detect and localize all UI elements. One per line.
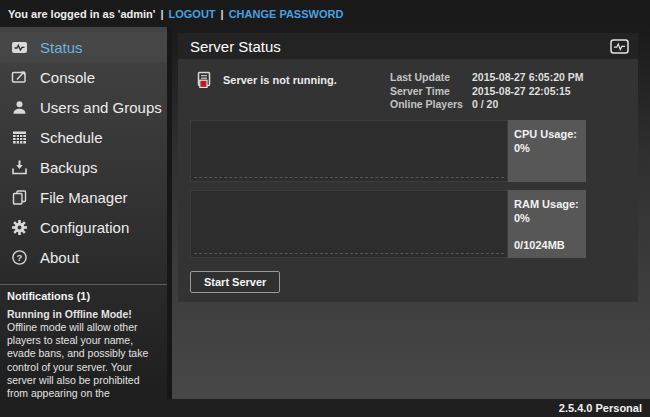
sidebar-item-label: File Manager [40,189,128,206]
sidebar-item-configuration[interactable]: Configuration [0,212,167,242]
last-update-value: 2015-08-27 6:05:20 PM [472,71,590,85]
sidebar-item-users-and-groups[interactable]: Users and Groups [0,92,167,122]
logout-link[interactable]: LOGOUT [169,8,216,20]
sidebar: Status Console [0,27,167,399]
cpu-meter: CPU Usage: 0% [190,120,586,182]
ram-usage-detail: 0/1024MB [514,238,580,252]
status-pulse-icon [610,39,629,54]
version-text: 2.5.4.0 Personal [559,402,642,414]
notification-heading: Running in Offline Mode! [7,308,160,321]
chart-baseline [194,177,504,178]
status-row: Server is not running. Last Update 2015-… [190,69,626,120]
page-title: Server Status [190,38,610,55]
chart-baseline [194,253,504,254]
status-icon [10,39,28,56]
sidebar-menu: Status Console [0,27,167,272]
sidebar-item-label: Status [40,39,83,56]
change-password-link[interactable]: CHANGE PASSWORD [229,8,344,20]
topbar: You are logged in as 'admin' | LOGOUT | … [0,0,650,27]
gear-icon [10,219,28,236]
cpu-usage-value: 0% [514,141,580,155]
info-row: Last Update 2015-08-27 6:05:20 PM [390,71,590,85]
server-status-message: Server is not running. [223,71,337,86]
ram-chart [190,190,508,258]
users-icon [10,99,28,116]
main-area: Server Status [172,27,650,399]
panel-header: Server Status [178,33,638,59]
sidebar-item-label: Users and Groups [40,99,162,116]
ram-meter: RAM Usage: 0% 0/1024MB [190,190,586,258]
svg-text:?: ? [16,252,22,263]
sidebar-item-console[interactable]: Console [0,62,167,92]
sidebar-item-label: Backups [40,159,98,176]
sidebar-item-backups[interactable]: Backups [0,152,167,182]
separator: | [221,8,224,20]
button-row: Start Server [190,266,626,293]
info-label: Server Time [390,85,472,99]
console-icon [10,69,28,86]
cpu-usage-title: CPU Usage: [514,127,580,141]
notifications-panel: Notifications (1) Running in Offline Mod… [0,284,167,417]
panel-body: Server is not running. Last Update 2015-… [178,59,638,302]
ram-usage-label: RAM Usage: 0% 0/1024MB [508,190,586,258]
notifications-title: Notifications (1) [0,285,167,306]
backups-icon [10,159,28,176]
sidebar-item-label: Console [40,69,95,86]
info-row: Server Time 2015-08-27 22:05:15 [390,85,590,99]
sidebar-item-label: Schedule [40,129,103,146]
sidebar-item-file-manager[interactable]: File Manager [0,182,167,212]
server-stopped-icon [196,71,213,89]
server-status-panel: Server Status [178,33,638,302]
server-state: Server is not running. [190,71,390,89]
sidebar-item-label: About [40,249,79,266]
sidebar-item-schedule[interactable]: Schedule [0,122,167,152]
file-manager-icon [10,189,28,206]
info-label: Last Update [390,71,472,85]
server-info-table: Last Update 2015-08-27 6:05:20 PM Server… [390,71,590,112]
cpu-usage-label: CPU Usage: 0% [508,120,586,182]
logged-in-text: You are logged in as 'admin' [8,8,155,20]
ram-usage-value: 0% [514,211,580,225]
online-players-value: 0 / 20 [472,98,590,112]
sidebar-item-label: Configuration [40,219,129,236]
sidebar-item-status[interactable]: Status [0,32,167,62]
schedule-icon [10,129,28,146]
cpu-chart [190,120,508,182]
start-server-button[interactable]: Start Server [190,271,280,293]
info-row: Online Players 0 / 20 [390,98,590,112]
separator: | [160,8,163,20]
info-label: Online Players [390,98,472,112]
sidebar-item-about[interactable]: ? About [0,242,167,272]
content: Status Console [0,27,650,399]
server-time-value: 2015-08-27 22:05:15 [472,85,590,99]
ram-usage-title: RAM Usage: [514,197,580,211]
footer-bar: 2.5.4.0 Personal [0,399,650,417]
question-icon: ? [10,249,28,266]
